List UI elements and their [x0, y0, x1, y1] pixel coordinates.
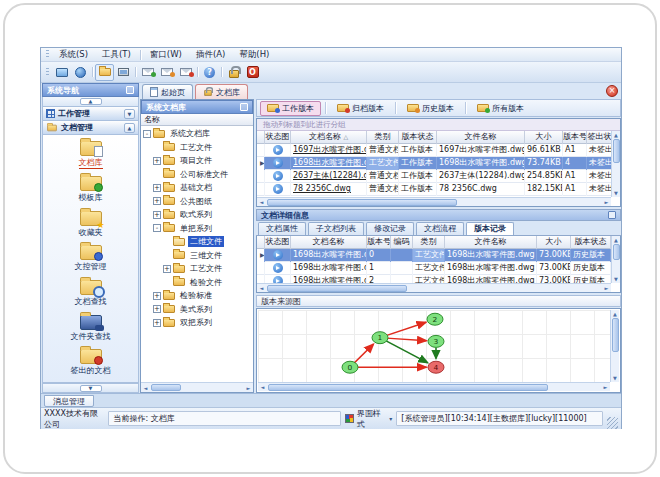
ui-style-dropdown[interactable]: 界面样式 ▾	[345, 408, 392, 430]
tree-node[interactable]: +检验标准	[141, 289, 253, 303]
chevron-down-icon[interactable]: ▼	[124, 109, 135, 119]
scroll-down-icon[interactable]: ▼	[611, 374, 620, 382]
scroll-down-icon[interactable]: ▼	[612, 189, 621, 197]
tree-expander-icon[interactable]: -	[153, 224, 161, 232]
column-version-no[interactable]: 版本号	[563, 131, 587, 144]
tree-expander-icon[interactable]: +	[153, 319, 161, 327]
sidebar-item-doc-control[interactable]: 文控管理	[43, 245, 138, 272]
monitor-button[interactable]	[52, 64, 71, 81]
menu-plugins[interactable]: 插件(A)	[189, 49, 232, 61]
logout-button[interactable]: O	[243, 64, 262, 81]
mail-new-button[interactable]	[138, 64, 157, 81]
table-horizontal-scrollbar[interactable]: ◄►	[257, 283, 611, 292]
chevron-up-icon[interactable]: ▲	[124, 123, 135, 133]
doc-name-link[interactable]: 2637主体(12284).dwg	[291, 170, 367, 183]
pin-icon[interactable]	[126, 86, 134, 94]
help-button[interactable]: ?	[200, 64, 219, 81]
scroll-up-icon[interactable]: ▲	[612, 236, 621, 244]
work-versions-button[interactable]: 工作版本	[260, 101, 321, 116]
menu-window[interactable]: 窗口(W)	[143, 49, 189, 61]
sidebar-item-favorites[interactable]: 收藏夹	[43, 211, 138, 238]
tab-doc-flow[interactable]: 文档流程	[416, 222, 464, 235]
collapse-down-button[interactable]: ▼	[80, 385, 102, 392]
tree-expander-icon[interactable]: +	[153, 157, 161, 165]
tree-node[interactable]: 三维文件	[141, 249, 253, 263]
tree-expander-icon[interactable]: +	[153, 305, 161, 313]
column-status[interactable]: 状态图	[265, 131, 291, 144]
column-status[interactable]: 状态图	[265, 236, 291, 249]
menu-grip[interactable]	[46, 50, 49, 59]
scroll-thumb[interactable]	[613, 244, 620, 260]
pin-icon[interactable]	[240, 103, 248, 111]
column-file-name[interactable]: 文件名称	[437, 131, 525, 144]
scroll-up-icon[interactable]: ▲	[612, 131, 621, 139]
messages-panel-tab[interactable]: 消息管理	[44, 395, 94, 407]
folder-open-button[interactable]	[95, 64, 114, 81]
column-file-name[interactable]: 文件名称	[445, 236, 537, 249]
sidebar-section-work[interactable]: 工作管理 ▼	[42, 107, 139, 121]
tree-expander-icon[interactable]: -	[143, 130, 151, 138]
sidebar-section-docs[interactable]: 文档管理 ▲	[42, 121, 139, 135]
scroll-left-icon[interactable]: ◄	[257, 284, 266, 292]
column-size[interactable]: 大小	[537, 236, 571, 249]
doc-name-link[interactable]: 78 2356C.dwg	[291, 183, 367, 196]
column-size[interactable]: 大小	[525, 131, 563, 144]
close-icon[interactable]: ×	[606, 85, 618, 97]
pin-icon[interactable]	[608, 211, 616, 219]
scroll-left-icon[interactable]: ◄	[141, 384, 150, 392]
tree-node[interactable]: +欧式系列	[141, 208, 253, 222]
tab-modify-records[interactable]: 修改记录	[366, 222, 414, 235]
tree-horizontal-scrollbar[interactable]: ◄ ►	[141, 382, 253, 392]
scroll-thumb[interactable]	[612, 318, 619, 352]
column-code[interactable]: 编码	[391, 236, 413, 249]
lock-button[interactable]	[224, 64, 243, 81]
tab-doc-library[interactable]: 文档库	[195, 84, 248, 99]
tree-expander-icon[interactable]: +	[163, 265, 171, 273]
graph-horizontal-scrollbar[interactable]: ◄►	[258, 382, 610, 391]
scroll-right-icon[interactable]: ►	[244, 384, 253, 392]
tab-doc-properties[interactable]: 文档属性	[258, 222, 306, 235]
scroll-left-icon[interactable]: ◄	[257, 198, 266, 206]
tree-node-root[interactable]: -系统文档库	[141, 127, 253, 141]
version-graph-canvas[interactable]: 01234	[258, 310, 610, 382]
scroll-left-icon[interactable]: ◄	[258, 383, 267, 391]
tree-node[interactable]: 检验文件	[141, 276, 253, 290]
column-version-state[interactable]: 版本状态	[571, 236, 611, 249]
tree-node-selected[interactable]: 二维文件	[141, 235, 253, 249]
column-doc-name[interactable]: 文档名称	[291, 236, 367, 249]
menu-tools[interactable]: 工具(T)	[95, 49, 138, 61]
table-row[interactable]: 1697出水嘴零件图.dwg普通文档工作版本1697出水嘴零件图.dwg96.6…	[257, 144, 611, 157]
group-by-hint[interactable]: 拖动列标题到此进行分组	[257, 119, 620, 131]
collapse-up-button[interactable]: ▲	[80, 98, 102, 105]
tree-node[interactable]: +工艺文件	[141, 262, 253, 276]
tree-expander-icon[interactable]: +	[153, 197, 161, 205]
graph-vertical-scrollbar[interactable]: ▲▼	[610, 310, 619, 382]
sidebar-item-template-library[interactable]: 模板库	[43, 176, 138, 203]
resize-grip[interactable]	[607, 417, 618, 429]
tree-node[interactable]: 工艺文件	[141, 141, 253, 155]
tree-node[interactable]: +项目文件	[141, 154, 253, 168]
tree-node[interactable]: +双把系列	[141, 316, 253, 330]
table-horizontal-scrollbar[interactable]: ◄►	[257, 197, 611, 206]
table-row[interactable]: 1698出水嘴零件图.dwg1工艺文件1698出水嘴零件图.dwg73.00KB…	[257, 262, 611, 275]
scroll-thumb[interactable]	[613, 139, 620, 163]
workstation-button[interactable]	[114, 64, 133, 81]
table-row[interactable]: 2637主体(12284).dwg普通文档工作版本2637主体(12284).d…	[257, 170, 611, 183]
scroll-right-icon[interactable]: ►	[601, 383, 610, 391]
column-version-no[interactable]: 版本号	[367, 236, 391, 249]
tab-subdoc-list[interactable]: 子文档列表	[308, 222, 364, 235]
table-row-selected[interactable]: ▶1698出水嘴零件图.dwg0工艺文件1698出水嘴零件图.dwg73.00K…	[257, 249, 611, 262]
tree-node[interactable]: +基础文档	[141, 181, 253, 195]
scroll-thumb[interactable]	[267, 199, 457, 206]
tree-expander-icon[interactable]: +	[153, 292, 161, 300]
scroll-right-icon[interactable]: ►	[602, 198, 611, 206]
mail-forward-button[interactable]	[157, 64, 176, 81]
sidebar-item-doc-search[interactable]: 文档查找	[43, 280, 138, 307]
table-vertical-scrollbar[interactable]: ▲▼	[611, 236, 620, 283]
sidebar-item-checked-out-docs[interactable]: 签出的文档	[43, 349, 138, 376]
tree-expander-icon[interactable]: +	[153, 211, 161, 219]
tree-node[interactable]: +美式系列	[141, 303, 253, 317]
tab-version-records[interactable]: 版本记录	[466, 222, 514, 235]
doc-name-link[interactable]: 1697出水嘴零件图.dwg	[291, 144, 367, 157]
archived-versions-button[interactable]: 归档版本	[330, 101, 391, 116]
